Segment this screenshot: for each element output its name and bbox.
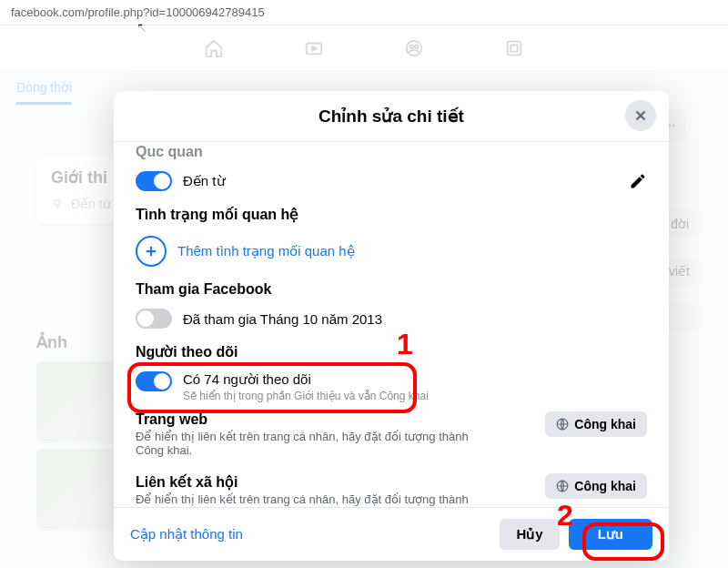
add-relationship-label: Thêm tình trạng mối quan hệ <box>177 243 355 259</box>
globe-icon <box>556 418 569 431</box>
website-privacy-button[interactable]: Công khai <box>545 411 647 437</box>
section-joined: Tham gia Facebook <box>136 281 647 298</box>
close-button[interactable] <box>625 100 656 131</box>
plus-icon <box>136 236 167 267</box>
section-social: Liên kết xã hội <box>136 473 481 491</box>
url-text: facebook.com/profile.php?id=100006942789… <box>11 5 265 19</box>
section-relationship: Tình trạng mối quan hệ <box>136 206 647 223</box>
annotation-label-2: 2 <box>557 499 573 532</box>
joined-toggle[interactable] <box>136 309 172 329</box>
website-row: Trang web Để hiển thị liên kết trên tran… <box>136 406 647 468</box>
globe-icon <box>556 480 569 492</box>
joined-row: Đã tham gia Tháng 10 năm 2013 <box>136 305 647 332</box>
joined-text: Đã tham gia Tháng 10 năm 2013 <box>183 311 382 327</box>
followers-subtext: Sẽ hiển thị trong phần Giới thiệu và vẫn… <box>183 390 429 402</box>
cancel-button[interactable]: Hủy <box>500 519 559 550</box>
followers-text: Có 74 người theo dõi <box>183 371 429 388</box>
section-website: Trang web <box>136 411 481 428</box>
add-relationship-button[interactable]: Thêm tình trạng mối quan hệ <box>136 230 647 270</box>
hometown-toggle[interactable] <box>136 171 172 191</box>
edit-details-dialog: Chỉnh sửa chi tiết Quc quan Đến từ Tình … <box>114 91 669 561</box>
followers-toggle[interactable] <box>136 371 172 391</box>
section-hometown: Quc quan <box>136 144 647 160</box>
dialog-footer: Cập nhật thông tin Hủy Lưu <box>114 507 669 561</box>
save-button[interactable]: Lưu <box>569 519 652 550</box>
update-info-link[interactable]: Cập nhật thông tin <box>130 526 243 543</box>
followers-row: Có 74 người theo dõi Sẽ hiển thị trong p… <box>136 368 647 406</box>
website-desc: Để hiển thị liên kết trên trang cá nhân,… <box>136 430 481 457</box>
hometown-row: Đến từ <box>136 167 647 195</box>
dialog-header: Chỉnh sửa chi tiết <box>114 91 669 142</box>
dialog-body: Quc quan Đến từ Tình trạng mối quan hệ T… <box>114 142 669 507</box>
section-followers: Người theo dõi <box>136 343 647 360</box>
social-desc: Để hiển thị liên kết trên trang cá nhân,… <box>136 492 481 507</box>
hometown-text: Đến từ <box>183 173 226 189</box>
address-bar: facebook.com/profile.php?id=100006942789… <box>0 0 728 25</box>
edit-icon[interactable] <box>629 172 647 190</box>
annotation-label-1: 1 <box>397 328 413 361</box>
social-privacy-button[interactable]: Công khai <box>545 473 647 499</box>
dialog-title: Chỉnh sửa chi tiết <box>114 106 669 127</box>
